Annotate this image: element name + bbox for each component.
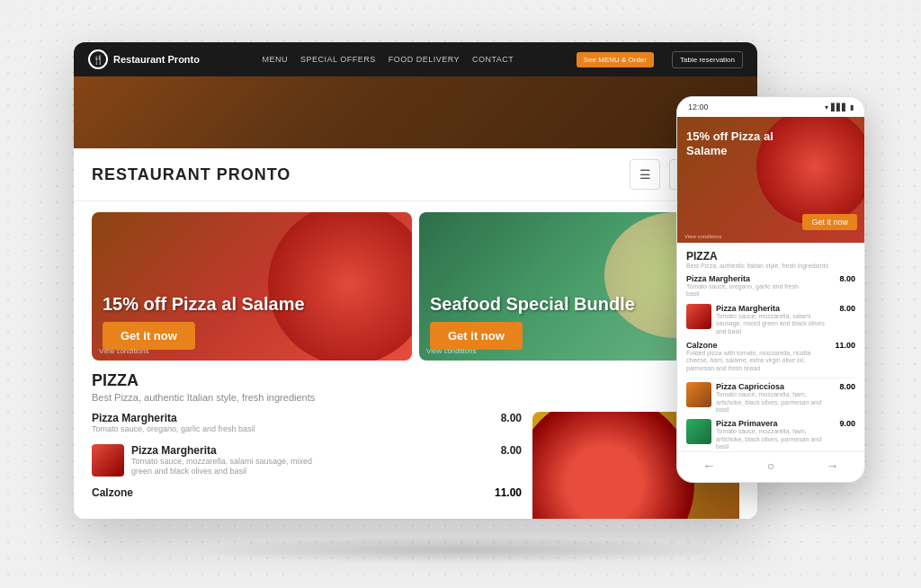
mobile-item-desc: Tomato sauce, mozzarella, ham, artichoke… [716,428,835,450]
mobile-item-desc: Tomato sauce, mozzarella, salami sausage… [716,313,835,335]
desktop-mockup: 🍴 Restaurant Pronto MENU SPECIAL OFFERS … [74,42,757,519]
menu-item-name: Pizza Margherita [131,444,329,457]
menu-content: Pizza Margherita Tomato sauce, oregano, … [92,412,739,519]
mobile-item-price: 11.00 [835,341,855,372]
menu-item-info: Pizza Margherita Tomato sauce, mozzarell… [131,444,329,477]
mobile-bottom-nav: ← ○ → [677,451,864,482]
app-header: RESTAURANT PRONTO ☰ ⓘ 🛒 2 [74,148,757,201]
mobile-view-conditions[interactable]: View conditions [684,234,722,239]
menu-item-desc: Tomato sauce, mozzarella, salami sausage… [131,457,329,477]
pizza-background-circle [268,212,412,361]
signal-icon: ▋▋▋ [831,103,847,111]
menu-list: Pizza Margherita Tomato sauce, oregano, … [92,412,522,519]
menu-item-name: Calzone [92,486,133,499]
nav-food-delivery[interactable]: FOOD DELIVERY [389,55,460,64]
home-button[interactable]: ○ [767,459,774,473]
app-title: RESTAURANT PRONTO [92,165,291,184]
mobile-item-name: Pizza Capricciosa [716,382,835,391]
mobile-menu-item: Pizza Primavera Tomato sauce, mozzarella… [686,419,855,450]
mobile-item-name: Pizza Primavera [716,419,835,428]
shadow-ellipse [191,537,730,564]
mobile-item-name: Calzone [686,341,812,350]
view-conditions-1[interactable]: View conditions [99,347,148,355]
mobile-promo: 15% off Pizza al Salame Get it now View … [677,117,864,243]
mobile-item-name: Pizza Margherita [716,304,835,313]
menu-item-price: 8.00 [501,412,522,424]
mobile-menu-title: PIZZA [686,250,855,263]
mobile-item-name: Pizza Margherita [686,274,812,283]
menu-category-title: PIZZA [92,371,739,390]
menu-item-name: Pizza Margherita [92,412,255,424]
navbar: 🍴 Restaurant Pronto MENU SPECIAL OFFERS … [74,42,757,76]
mobile-status-icons: ▾ ▋▋▋ ▮ [825,103,854,111]
battery-icon: ▮ [850,103,854,111]
mobile-item-price: 8.00 [839,382,855,391]
nav-contact[interactable]: CONTACT [472,55,514,64]
mobile-item-info: Calzone Folded pizza with tomato, mozzar… [686,341,812,372]
app-panel: RESTAURANT PRONTO ☰ ⓘ 🛒 2 15% off Pizza … [74,148,757,519]
menu-item-price: 11.00 [495,486,522,499]
menu-item-price: 8.00 [501,444,522,457]
menu-item: Pizza Margherita Tomato sauce, oregano, … [92,412,522,435]
menu-icon-btn[interactable]: ☰ [630,159,660,190]
mobile-promo-button[interactable]: Get it now [802,214,857,230]
menu-item-left: Pizza Margherita Tomato sauce, oregano, … [92,412,255,435]
mobile-promo-title: 15% off Pizza al Salame [686,129,776,157]
promo-card-pizza: 15% off Pizza al Salame Get it now View … [92,212,412,361]
promo-section: 15% off Pizza al Salame Get it now View … [74,201,757,371]
menu-item-left: Pizza Margherita Tomato sauce, mozzarell… [92,444,329,477]
promo-title-1: 15% off Pizza al Salame [103,293,401,315]
mobile-item-price: 8.00 [839,274,855,298]
mobile-divider [686,378,855,379]
promo-btn-1[interactable]: Get it now [103,322,195,350]
promo-btn-2[interactable]: Get it now [430,322,523,350]
logo-icon: 🍴 [88,49,108,69]
mobile-item-info: Pizza Margherita Tomato sauce, mozzarell… [716,304,835,335]
menu-item-thumbnail [92,444,124,477]
scene: 🍴 Restaurant Pronto MENU SPECIAL OFFERS … [56,42,865,546]
promo-title-2: Seafood Special Bundle [430,293,729,315]
mobile-item-info: Pizza Capricciosa Tomato sauce, mozzarel… [716,382,835,414]
menu-section: PIZZA Best Pizza, authentic Italian styl… [74,371,757,519]
menu-category-desc: Best Pizza, authentic Italian style, fre… [92,392,739,403]
see-menu-button[interactable]: See MENU & Order [577,52,654,67]
mobile-time: 12:00 [688,102,709,111]
menu-item-info: Pizza Margherita Tomato sauce, oregano, … [92,412,255,435]
nav-links: MENU SPECIAL OFFERS FOOD DELIVERY CONTAC… [218,55,559,64]
menu-item-desc: Tomato sauce, oregano, garlic and fresh … [92,424,255,435]
back-button[interactable]: ← [703,459,716,473]
nav-logo-text: Restaurant Pronto [113,54,200,65]
reservation-button[interactable]: Table reservation [672,51,743,68]
mobile-menu-item: Calzone Folded pizza with tomato, mozzar… [686,341,855,372]
mobile-content: PIZZA Best Pizza, authentic Italian styl… [677,243,864,451]
mobile-menu-item: Pizza Capricciosa Tomato sauce, mozzarel… [686,382,855,414]
view-conditions-2[interactable]: View conditions [426,347,476,355]
nav-special-offers[interactable]: SPECIAL OFFERS [300,55,376,64]
menu-item: Calzone 11.00 [92,486,522,499]
mobile-mockup: 12:00 ▾ ▋▋▋ ▮ 15% off Pizza al Salame Ge… [676,96,865,483]
mobile-item-desc: Tomato sauce, mozzarella, ham, artichoke… [716,391,835,414]
hero-background [74,76,757,148]
forward-button[interactable]: → [826,459,838,473]
mobile-item-thumbnail [686,419,711,444]
mobile-item-thumbnail [686,382,711,407]
mobile-status-bar: 12:00 ▾ ▋▋▋ ▮ [677,97,864,117]
nav-logo: 🍴 Restaurant Pronto [88,49,200,69]
mobile-item-desc: Folded pizza with tomato, mozzarella, ri… [686,350,812,372]
featured-pizza-image [532,412,694,519]
mobile-item-price: 8.00 [839,304,855,313]
menu-item: Pizza Margherita Tomato sauce, mozzarell… [92,444,522,477]
wifi-icon: ▾ [825,103,828,111]
nav-menu[interactable]: MENU [262,55,288,64]
mobile-menu-desc: Best Pizza, authentic Italian style, fre… [686,263,855,269]
mobile-item-info: Pizza Primavera Tomato sauce, mozzarella… [716,419,835,450]
mobile-item-price: 9.00 [839,419,855,428]
